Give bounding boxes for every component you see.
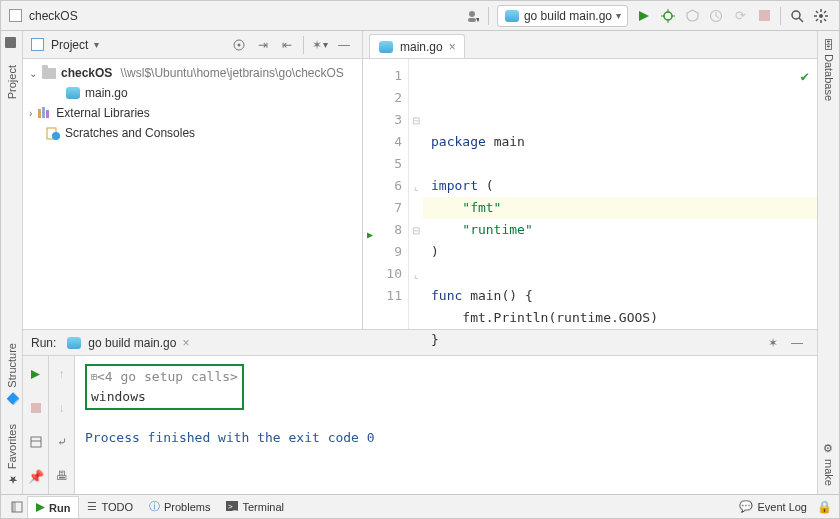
expand-icon[interactable]: ›	[29, 108, 32, 119]
database-tool-tab[interactable]: 🗄Database	[820, 31, 838, 109]
svg-point-28	[52, 132, 60, 140]
svg-rect-25	[42, 107, 45, 118]
tree-root[interactable]: ⌄ checkOS \\wsl$\Ubuntu\home\jetbrains\g…	[29, 63, 356, 83]
editor-gutter[interactable]: 1234567▶891011	[363, 59, 409, 329]
stop-button[interactable]	[752, 4, 776, 28]
svg-point-13	[819, 14, 823, 18]
libraries-icon	[36, 105, 52, 121]
tree-file-label: main.go	[85, 86, 128, 100]
tool-windows-button[interactable]	[7, 495, 27, 519]
layout-button[interactable]	[24, 430, 48, 454]
svg-point-11	[792, 11, 800, 19]
locate-file-button[interactable]	[227, 33, 251, 57]
status-problems-label: Problems	[164, 501, 210, 513]
coverage-button[interactable]	[680, 4, 704, 28]
soft-wrap-button[interactable]: ⤶	[50, 430, 74, 454]
run-button[interactable]	[632, 4, 656, 28]
stop-run-button[interactable]	[24, 396, 48, 420]
add-config-button[interactable]: ▾	[460, 4, 484, 28]
status-event-log-label: Event Log	[757, 501, 807, 513]
profile-button[interactable]	[704, 4, 728, 28]
editor-pane: main.go × 1234567▶891011 ⊟⌞⊟⌞ ✔ package …	[363, 31, 817, 329]
project-panel-icon	[29, 37, 45, 53]
exit-message: Process finished with the exit code 0	[85, 430, 807, 445]
status-terminal-tab[interactable]: >_Terminal	[218, 495, 292, 518]
tree-scratches-label: Scratches and Consoles	[65, 126, 195, 140]
svg-line-20	[824, 11, 826, 13]
chevron-down-icon[interactable]: ▾	[94, 39, 99, 50]
pin-button[interactable]: 📌	[24, 464, 48, 488]
project-tree[interactable]: ⌄ checkOS \\wsl$\Ubuntu\home\jetbrains\g…	[23, 59, 362, 329]
go-file-icon	[378, 39, 394, 55]
collapse-all-button[interactable]: ⇤	[275, 33, 299, 57]
status-todo-tab[interactable]: ☰TODO	[79, 495, 141, 518]
expand-all-button[interactable]: ⇥	[251, 33, 275, 57]
svg-text:>_: >_	[228, 502, 238, 511]
project-tool-icon	[5, 37, 19, 51]
project-icon	[7, 8, 23, 24]
attach-button[interactable]: ⟳	[728, 4, 752, 28]
run-panel-label: Run:	[31, 336, 56, 350]
main-toolbar: checkOS ▾ go build main.go ▾ ⟳	[1, 1, 839, 31]
database-icon: 🗄	[823, 39, 835, 50]
close-run-tab[interactable]: ×	[182, 336, 189, 350]
status-lock-button[interactable]: 🔒	[815, 495, 833, 519]
svg-rect-26	[46, 110, 49, 118]
make-icon: ⚙	[822, 442, 835, 455]
right-side-tabs: 🗄Database ⚙make	[817, 31, 839, 494]
go-icon	[66, 335, 82, 351]
event-log-icon: 💬	[739, 500, 753, 513]
folder-icon	[41, 65, 57, 81]
status-problems-tab[interactable]: ⓘProblems	[141, 495, 218, 518]
status-todo-label: TODO	[101, 501, 133, 513]
go-setup-calls: <4 go setup calls>	[97, 369, 238, 384]
tree-file-main[interactable]: main.go	[29, 83, 356, 103]
fold-column[interactable]: ⊟⌞⊟⌞	[409, 59, 423, 329]
favorites-tool-tab[interactable]: ★Favorites	[2, 416, 21, 494]
panel-hide-button[interactable]: —	[332, 33, 356, 57]
run-controls-nav: ↑ ↓ ⤶ 🖶	[49, 356, 75, 494]
status-event-log[interactable]: 💬Event Log	[731, 495, 815, 518]
scroll-down-button[interactable]: ↓	[50, 396, 74, 420]
project-tool-tab[interactable]: Project	[3, 57, 21, 107]
run-config-label: go build main.go	[524, 9, 612, 23]
expand-icon[interactable]: ⌄	[29, 68, 37, 79]
svg-rect-1	[468, 18, 476, 22]
svg-rect-10	[759, 10, 770, 21]
make-tool-label: make	[823, 459, 835, 486]
run-config-tab[interactable]: go build main.go	[88, 336, 176, 350]
chevron-down-icon: ▾	[616, 10, 621, 21]
structure-tool-tab[interactable]: 🔷Structure	[1, 335, 23, 416]
search-everywhere-button[interactable]	[785, 4, 809, 28]
run-console[interactable]: ⊞<4 go setup calls> windows Process fini…	[75, 356, 817, 494]
inspection-ok-icon: ✔	[801, 65, 809, 87]
status-run-tab[interactable]: Run	[27, 496, 79, 519]
svg-marker-3	[639, 11, 649, 21]
settings-button[interactable]	[809, 4, 833, 28]
svg-point-0	[469, 11, 475, 17]
left-side-tabs: Project 🔷Structure ★Favorites	[1, 31, 23, 494]
scroll-up-button[interactable]: ↑	[50, 362, 74, 386]
tree-external-libs[interactable]: › External Libraries	[29, 103, 356, 123]
print-button[interactable]: 🖶	[50, 464, 74, 488]
tree-scratches[interactable]: Scratches and Consoles	[29, 123, 356, 143]
project-panel: Project ▾ ⇥ ⇤ ✶▾ — ⌄ checkOS	[23, 31, 363, 329]
project-tool-label: Project	[6, 65, 18, 99]
panel-settings-button[interactable]: ✶▾	[308, 33, 332, 57]
make-tool-tab[interactable]: ⚙make	[819, 434, 838, 494]
run-config-selector[interactable]: go build main.go ▾	[497, 5, 628, 27]
terminal-icon: >_	[226, 501, 238, 513]
svg-rect-31	[31, 437, 41, 447]
code-editor[interactable]: ✔ package mainimport ( "fmt" "runtime")f…	[423, 59, 817, 329]
program-output: windows	[91, 389, 146, 404]
svg-text:▾: ▾	[476, 15, 479, 23]
close-tab-button[interactable]: ×	[449, 40, 456, 54]
rerun-button[interactable]	[24, 362, 48, 386]
svg-rect-34	[12, 502, 16, 512]
editor-tab-main[interactable]: main.go ×	[369, 34, 465, 58]
favorites-tool-label: Favorites	[6, 424, 18, 469]
status-terminal-label: Terminal	[242, 501, 284, 513]
svg-line-18	[816, 11, 818, 13]
debug-button[interactable]	[656, 4, 680, 28]
tree-external-libs-label: External Libraries	[56, 106, 149, 120]
